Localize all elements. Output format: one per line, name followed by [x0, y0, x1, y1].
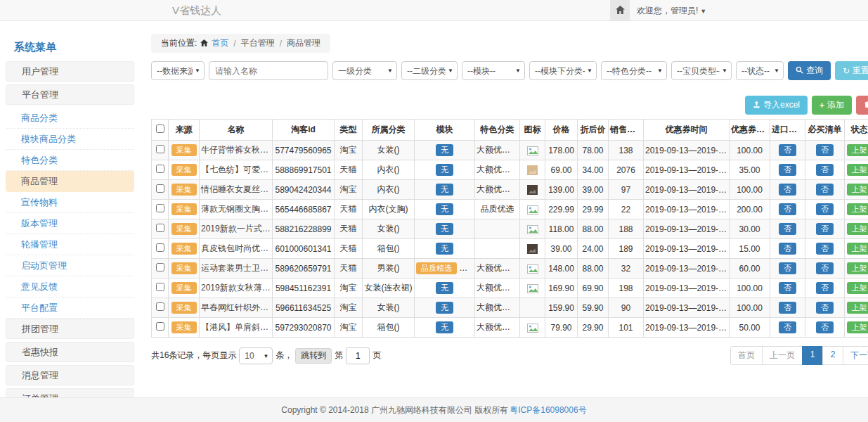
row-checkbox[interactable] [156, 322, 164, 331]
row-checkbox[interactable] [156, 263, 164, 271]
filter-select[interactable]: --数据来源-- [152, 62, 204, 79]
jump-button[interactable]: 跳转到 [295, 348, 332, 364]
sidebar-item[interactable]: 平台管理 [6, 84, 134, 105]
sidebar-item[interactable]: 宣传物料 [6, 192, 134, 213]
filter-select[interactable]: --状态-- [737, 62, 783, 79]
status-toggle[interactable]: 上架 [847, 144, 868, 156]
per-page-select[interactable]: 10 [240, 348, 272, 364]
import-select-toggle[interactable]: 否 [779, 243, 796, 255]
batch-delete-button[interactable]: 批量删除 [856, 96, 868, 115]
must-buy-toggle[interactable]: 否 [816, 243, 834, 255]
must-buy-toggle[interactable]: 否 [816, 144, 834, 156]
filter-select[interactable]: --二级分类-- [402, 62, 457, 79]
import-select-toggle[interactable]: 否 [779, 203, 796, 215]
row-checkbox[interactable] [156, 184, 164, 193]
page-button[interactable]: 上一页 [762, 346, 803, 365]
module-none-badge: 无 [436, 164, 453, 176]
welcome-text: 欢迎您，管理员! [637, 6, 698, 15]
price: 69.00 [545, 160, 578, 180]
product-name: 2019新款一片式系... [200, 219, 273, 239]
user-menu[interactable]: 欢迎您，管理员!▼ [637, 0, 706, 22]
product-image [527, 165, 538, 175]
import-select-toggle[interactable]: 否 [779, 223, 796, 235]
must-buy-toggle[interactable]: 否 [816, 282, 834, 294]
sidebar-item[interactable]: 版本管理 [6, 213, 134, 234]
home-button[interactable] [610, 0, 630, 21]
sidebar-item[interactable]: 商品管理 [6, 171, 134, 192]
must-buy-toggle[interactable]: 否 [816, 262, 834, 274]
add-button[interactable]: + 添加 [812, 96, 852, 115]
row-checkbox[interactable] [156, 302, 164, 311]
status-toggle[interactable]: 上架 [847, 321, 868, 333]
import-select-toggle[interactable]: 否 [779, 321, 796, 333]
sidebar-item[interactable]: 意见反馈 [6, 276, 134, 298]
sidebar-item[interactable]: 轮播管理 [6, 234, 134, 255]
row-checkbox[interactable] [156, 243, 164, 252]
filter-select[interactable]: --模块-- [462, 62, 524, 79]
sidebar-item[interactable]: 启动页管理 [6, 255, 134, 276]
row-checkbox[interactable] [156, 224, 164, 232]
filter-select[interactable]: 一级分类 [333, 62, 396, 79]
filter-select[interactable]: --宝贝类型-- [672, 62, 731, 79]
import-select-toggle[interactable]: 否 [779, 144, 796, 156]
sidebar-item[interactable]: 省惠快报 [6, 342, 134, 362]
page-button[interactable]: 下一页 [843, 346, 868, 365]
table-row: 采集【港风】单肩斜跨链条...597293020870淘宝箱包()无大额优惠券7… [152, 318, 868, 338]
must-buy-toggle[interactable]: 否 [816, 302, 834, 314]
sidebar-item[interactable]: 特色分类 [6, 150, 134, 171]
page-number-input[interactable] [346, 347, 370, 364]
status-toggle[interactable]: 上架 [847, 223, 868, 235]
sidebar-item[interactable]: 商品分类 [6, 108, 134, 129]
feature-category: 大额优惠券 [475, 318, 520, 338]
sidebar-item[interactable]: 平台配置 [6, 298, 134, 319]
select-all-checkbox[interactable] [156, 124, 164, 133]
status-toggle[interactable]: 上架 [847, 203, 868, 215]
must-buy-toggle[interactable]: 否 [816, 223, 834, 235]
import-select-toggle[interactable]: 否 [779, 164, 796, 176]
must-buy-toggle[interactable]: 否 [816, 164, 834, 176]
module-none-badge: 无 [436, 282, 453, 294]
row-checkbox[interactable] [156, 204, 164, 212]
query-button[interactable]: 查询 [788, 61, 831, 80]
must-buy-toggle[interactable]: 否 [816, 321, 834, 333]
page-button[interactable]: 首页 [730, 346, 763, 365]
status-toggle[interactable]: 上架 [847, 184, 868, 196]
status-toggle[interactable]: 上架 [847, 282, 868, 294]
import-select-toggle[interactable]: 否 [779, 262, 796, 274]
feature-category: 大额优惠券 [475, 298, 520, 318]
import-select-toggle[interactable]: 否 [779, 282, 796, 294]
filter-select[interactable]: --特色分类-- [602, 62, 666, 79]
coupon-amount: 60.00 [730, 259, 770, 279]
import-excel-button[interactable]: 导入excel [745, 96, 808, 115]
row-checkbox[interactable] [156, 283, 164, 291]
icon-cell [520, 160, 545, 180]
must-buy-toggle[interactable]: 否 [816, 184, 834, 196]
product-type: 天猫 [335, 259, 363, 279]
sidebar-item[interactable]: 拼团管理 [6, 319, 134, 339]
name-search-input[interactable] [209, 61, 328, 80]
breadcrumb-home-link[interactable]: 首页 [212, 37, 228, 49]
status-toggle[interactable]: 上架 [847, 302, 868, 314]
import-select-cell: 否 [770, 160, 805, 180]
icon-cell [520, 219, 545, 239]
discount-price: 34.00 [578, 160, 609, 180]
sidebar-item[interactable]: 消息管理 [6, 365, 134, 385]
status-toggle[interactable]: 上架 [847, 243, 868, 255]
icp-link[interactable]: 粤ICP备16098006号 [510, 404, 586, 416]
page-button[interactable]: 1 [802, 346, 823, 365]
column-header: 价格 [545, 120, 578, 141]
source-cell: 采集 [169, 239, 200, 259]
must-buy-toggle[interactable]: 否 [816, 203, 834, 215]
import-select-toggle[interactable]: 否 [779, 302, 796, 314]
reset-button[interactable]: ↻ 重置 [835, 61, 868, 80]
sidebar-item[interactable]: 模块商品分类 [6, 129, 134, 150]
trash-icon [864, 101, 868, 110]
filter-select[interactable]: --模块下分类-- [530, 62, 596, 79]
status-toggle[interactable]: 上架 [847, 262, 868, 274]
sidebar-item[interactable]: 用户管理 [6, 61, 134, 82]
row-checkbox[interactable] [156, 165, 164, 173]
page-button[interactable]: 2 [822, 346, 843, 365]
status-toggle[interactable]: 上架 [847, 164, 868, 176]
row-checkbox[interactable] [156, 145, 164, 153]
import-select-toggle[interactable]: 否 [779, 184, 796, 196]
